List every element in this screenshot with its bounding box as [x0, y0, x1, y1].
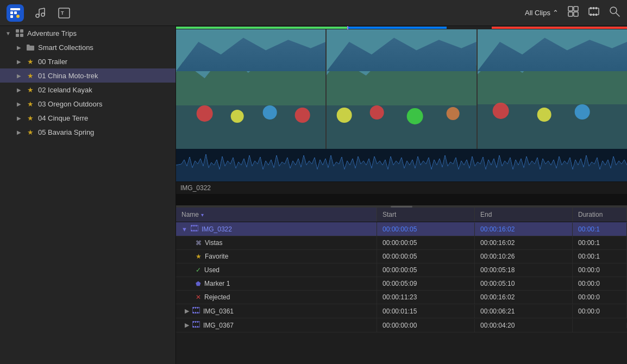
- col-start-label: Start: [383, 211, 396, 218]
- svg-rect-25: [16, 29, 19, 33]
- svg-line-9: [39, 8, 45, 9]
- title-icon[interactable]: T: [57, 5, 72, 21]
- svg-point-39: [337, 108, 352, 123]
- oregon-chevron-icon: ▶: [15, 100, 23, 108]
- col-duration-label: Duration: [578, 211, 603, 218]
- col-header-duration[interactable]: Duration: [573, 208, 627, 222]
- sidebar-item-01-china[interactable]: ▶ ★ 01 China Moto-trek: [0, 68, 175, 83]
- clip-name-cell-img0322: ▼ IMG_0322: [176, 222, 377, 236]
- clip-row-vistas[interactable]: ⌘ Vistas 00:00:00:05 00:00:16:02 00:00:1: [176, 236, 627, 250]
- svg-line-24: [616, 13, 619, 16]
- clip-row-img0322[interactable]: ▼ IMG_0322: [176, 222, 627, 236]
- sidebar-item-02-iceland[interactable]: ▶ ★ 02 Iceland Kayak: [0, 83, 175, 97]
- svg-rect-69: [193, 326, 194, 328]
- all-clips-button[interactable]: All Clips ⌃: [525, 9, 559, 17]
- col-header-name[interactable]: Name ▾: [176, 208, 377, 222]
- clip-end-img0367: 00:00:04:20: [475, 319, 573, 332]
- clip-list-header: Name ▾ Start End Duration: [176, 208, 627, 222]
- toolbar-right: All Clips ⌃: [525, 5, 620, 20]
- clip-name-img0322: IMG_0322: [202, 225, 232, 233]
- china-star-icon: ★: [26, 71, 35, 80]
- clip-row-rejected[interactable]: ✕ Rejected 00:00:11:23 00:00:16:02 00:00…: [176, 291, 627, 304]
- clip-dur-img0361: 00:00:0: [573, 305, 627, 318]
- clip-dur-img0367: [573, 323, 627, 328]
- sidebar-item-00-trailer[interactable]: ▶ ★ 00 Trailer: [0, 54, 175, 68]
- sidebar-item-label: 00 Trailer: [38, 58, 171, 66]
- sidebar-item-05-bavaria[interactable]: ▶ ★ 05 Bavaria Spring: [0, 125, 175, 139]
- main-content: ▼ Adventure Trips ▶ Smart Collections: [0, 26, 627, 364]
- bavaria-chevron-icon: ▶: [15, 128, 23, 136]
- svg-rect-13: [574, 7, 578, 11]
- svg-rect-0: [10, 8, 20, 10]
- svg-rect-1: [10, 11, 13, 14]
- clip-row-marker1[interactable]: ⬟ Marker 1 00:00:05:09 00:00:05:10 00:00…: [176, 277, 627, 291]
- svg-rect-3: [10, 15, 13, 18]
- progress-green-segment: [176, 27, 347, 29]
- svg-point-48: [574, 104, 590, 120]
- col-header-start[interactable]: Start: [377, 208, 475, 222]
- clip-start-used: 00:00:00:05: [377, 263, 475, 277]
- svg-rect-66: [193, 321, 194, 323]
- sidebar-item-04-cinque[interactable]: ▶ ★ 04 Cinque Terre: [0, 111, 175, 125]
- clip-label-text: IMG_0322: [180, 184, 211, 192]
- clip-end-vistas: 00:00:16:02: [475, 236, 573, 249]
- clip-name-marker1: Marker 1: [204, 280, 230, 287]
- img0322-filmstrip-icon: [191, 225, 198, 233]
- iceland-star-icon: ★: [26, 85, 35, 94]
- sidebar: ▼ Adventure Trips ▶ Smart Collections: [0, 26, 176, 364]
- clip-end-img0322: 00:00:16:02: [475, 223, 573, 236]
- grid-icon: [15, 29, 24, 37]
- svg-rect-10: [59, 8, 70, 18]
- svg-point-41: [407, 108, 423, 124]
- timecode-start: 00:00:00:05: [383, 239, 417, 247]
- clip-name-cell-used: ✓ Used: [176, 263, 377, 277]
- clip-start-favorite: 00:00:00:05: [377, 250, 475, 263]
- sidebar-item-03-oregon[interactable]: ▶ ★ 03 Oregon Outdoors: [0, 97, 175, 111]
- svg-point-35: [295, 108, 310, 123]
- video-clip-3: [478, 29, 627, 149]
- svg-rect-71: [197, 326, 198, 328]
- video-clip-1: [176, 29, 327, 149]
- clip-row-used[interactable]: ✓ Used 00:00:00:05 00:00:05:18 00:00:0: [176, 263, 627, 277]
- sidebar-item-label: Smart Collections: [38, 43, 171, 52]
- clip-name-rejected: Rejected: [204, 293, 230, 301]
- layout-icon[interactable]: [567, 5, 579, 20]
- clip-dur-marker1: 00:00:0: [573, 277, 627, 290]
- clip-name-cell-rejected: ✕ Rejected: [176, 291, 377, 304]
- audio-waveform: // We'll draw it inline via polygon: [176, 149, 627, 181]
- iceland-chevron-icon: ▶: [15, 86, 23, 93]
- video-thumbnail-1: [176, 29, 325, 149]
- clip-label-bar: IMG_0322: [176, 181, 627, 194]
- clip-row-favorite[interactable]: ★ Favorite 00:00:00:05 00:00:10:26 00:00…: [176, 250, 627, 263]
- svg-rect-62: [193, 312, 194, 313]
- clip-row-img0361[interactable]: ▶ IMG_0361: [176, 304, 627, 318]
- cinque-star-icon: ★: [26, 114, 35, 122]
- timecode-end: 00:00:16:02: [480, 239, 515, 247]
- clip-start-vistas: 00:00:00:05: [377, 236, 475, 249]
- search-icon[interactable]: [609, 5, 620, 20]
- col-header-end[interactable]: End: [475, 208, 573, 222]
- timecode-start: 00:00:00:05: [383, 225, 417, 233]
- svg-point-33: [231, 110, 244, 123]
- top-bar: T All Clips ⌃: [0, 0, 627, 26]
- sidebar-item-smart-collections[interactable]: ▶ Smart Collections: [0, 40, 175, 54]
- filmstrip-icon[interactable]: [588, 5, 600, 20]
- svg-point-47: [537, 108, 551, 122]
- svg-point-4: [16, 15, 20, 18]
- clip-name-cell-marker1: ⬟ Marker 1: [176, 277, 377, 290]
- clip-name-favorite: Favorite: [205, 253, 228, 260]
- cinque-chevron-icon: ▶: [15, 114, 23, 122]
- sidebar-library-root[interactable]: ▼ Adventure Trips: [0, 26, 175, 40]
- vistas-key-icon: ⌘: [196, 240, 202, 247]
- svg-point-40: [370, 105, 384, 120]
- right-panel: // We'll draw it inline via polygon IMG_…: [176, 26, 627, 364]
- video-clip-2: [327, 29, 477, 149]
- sidebar-item-label: 02 Iceland Kayak: [38, 86, 171, 94]
- clip-row-img0367[interactable]: ▶ IMG_0367: [176, 318, 627, 332]
- clip-dur-favorite: 00:00:1: [573, 250, 627, 263]
- svg-text:T: T: [61, 10, 64, 16]
- music-icon[interactable]: [33, 5, 48, 21]
- timecode-dur: 00:00:1: [578, 239, 600, 247]
- progress-red-segment: [492, 27, 627, 29]
- video-thumbnail-2: [327, 29, 476, 149]
